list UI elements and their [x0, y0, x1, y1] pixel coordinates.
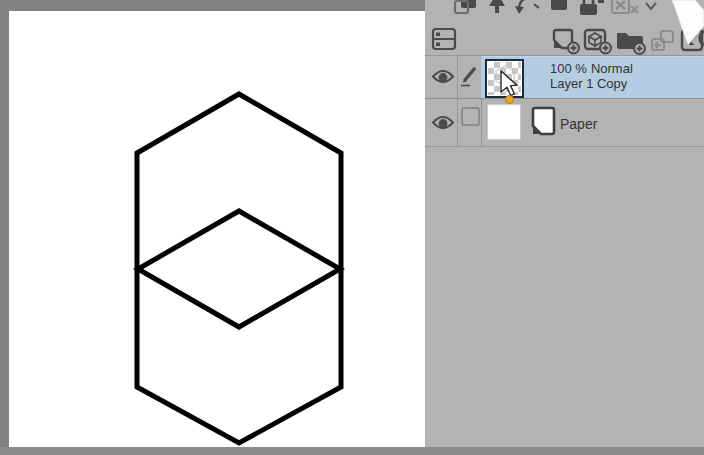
- cursor-arrow-icon: [499, 70, 518, 98]
- layer-thumbnail[interactable]: [485, 59, 524, 98]
- visibility-eye-icon[interactable]: [431, 68, 455, 85]
- layer-row-paper[interactable]: Paper: [425, 99, 704, 147]
- diamond-outline: [138, 211, 340, 327]
- transparency-checker: [488, 62, 521, 95]
- hexagon-outline: [137, 94, 341, 443]
- layers-panel: 100 %Normal Layer 1 Copy Paper: [425, 0, 704, 455]
- selected-layer-highlight[interactable]: 100 %Normal Layer 1 Copy: [481, 56, 704, 98]
- layer-opacity-blend: 100 %Normal: [550, 61, 637, 76]
- window-bottom-edge: [0, 447, 704, 455]
- paper-layer-icon: [530, 106, 557, 137]
- palette-list-icon[interactable]: [431, 27, 457, 51]
- layer-name: Paper: [560, 116, 597, 132]
- paper-layer-thumbnail[interactable]: [487, 104, 521, 140]
- fill-square-icon[interactable]: [549, 0, 569, 15]
- drawing-canvas[interactable]: [9, 11, 425, 447]
- page-corner-overlay: [660, 0, 704, 50]
- layer-blend-mode: Normal: [591, 61, 633, 76]
- pen-pressure-dot: [505, 95, 514, 104]
- visibility-eye-icon[interactable]: [431, 114, 455, 131]
- layer-opacity: 100 %: [550, 61, 587, 76]
- clip-to-layer-icon[interactable]: [452, 0, 478, 17]
- lock-layer-icon[interactable]: [577, 0, 605, 17]
- canvas-drawing: [9, 11, 425, 447]
- layer-row-layer1copy[interactable]: 100 %Normal Layer 1 Copy: [425, 56, 704, 99]
- app-window: 100 %Normal Layer 1 Copy Paper: [0, 0, 704, 455]
- new-object-layer-icon[interactable]: [583, 28, 613, 55]
- disabled-mask-icon[interactable]: [610, 0, 640, 18]
- new-raster-layer-icon[interactable]: [552, 28, 581, 55]
- draft-layer-icon[interactable]: [487, 0, 507, 17]
- layer-name: Layer 1 Copy: [550, 76, 637, 91]
- window-top-edge: [0, 0, 425, 11]
- layer-info: 100 %Normal Layer 1 Copy: [550, 61, 637, 91]
- edit-target-checkbox[interactable]: [461, 107, 480, 126]
- reference-arrow-icon[interactable]: [514, 0, 542, 16]
- new-folder-icon[interactable]: [615, 28, 647, 55]
- window-left-edge: [0, 11, 9, 447]
- editing-pencil-icon: [460, 65, 479, 88]
- chevron-down-icon[interactable]: [645, 2, 657, 11]
